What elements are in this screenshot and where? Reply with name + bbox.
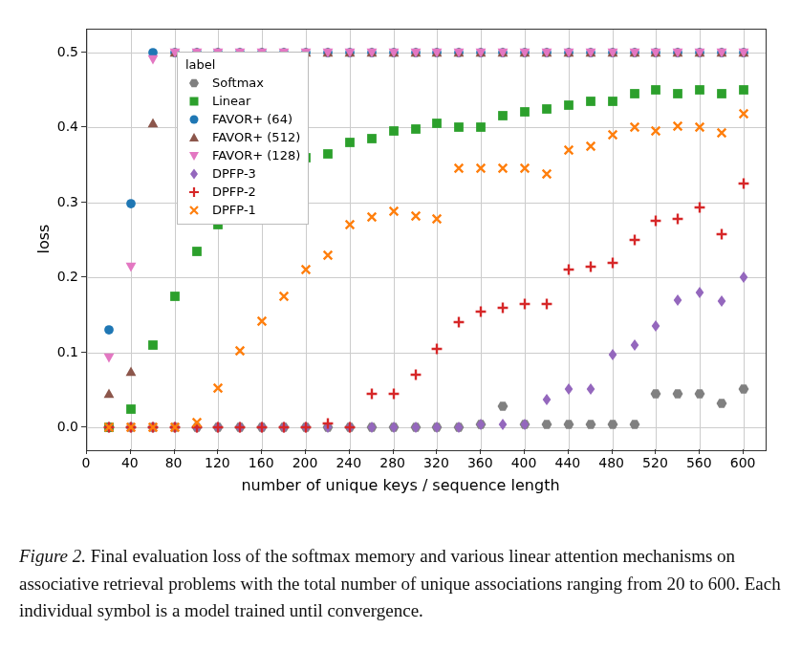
data-point: [124, 198, 137, 210]
svg-rect-33: [170, 292, 180, 301]
data-point: [562, 143, 574, 156]
svg-marker-26: [673, 389, 683, 398]
data-point: [606, 349, 618, 361]
legend-item: DPFP-2: [185, 183, 300, 201]
legend-label: FAVOR+ (128): [212, 148, 300, 163]
y-tick-label: 0.1: [40, 344, 78, 359]
svg-marker-174: [630, 339, 639, 351]
data-point: [628, 121, 640, 134]
svg-marker-173: [608, 349, 617, 360]
data-point: [694, 287, 706, 299]
svg-rect-49: [520, 108, 530, 118]
y-tick-label: 0.2: [40, 269, 78, 284]
data-point: [519, 297, 531, 310]
svg-marker-145: [651, 48, 661, 57]
svg-marker-25: [651, 389, 661, 398]
svg-marker-165: [433, 422, 442, 433]
svg-marker-120: [103, 354, 114, 363]
svg-marker-29: [739, 384, 749, 393]
svg-point-182: [190, 115, 199, 123]
data-point: [716, 228, 728, 240]
data-point: [431, 213, 444, 226]
legend-item: DPFP-3: [185, 164, 300, 183]
y-tick-label: 0.3: [40, 194, 78, 209]
svg-marker-162: [367, 422, 376, 433]
svg-marker-90: [103, 389, 114, 399]
data-point: [387, 422, 400, 434]
data-point: [562, 418, 574, 430]
data-point: [475, 163, 487, 175]
data-point: [146, 422, 159, 434]
svg-rect-41: [345, 138, 355, 147]
x-tick-label: 560: [686, 455, 712, 470]
data-point: [102, 324, 115, 336]
svg-rect-57: [695, 85, 704, 95]
data-point: [453, 46, 465, 58]
data-point: [475, 418, 487, 430]
data-point: [256, 422, 269, 434]
svg-marker-21: [563, 420, 574, 428]
data-point: [409, 422, 422, 434]
legend-label: FAVOR+ (64): [212, 112, 292, 126]
data-point: [716, 87, 728, 99]
data-point: [343, 46, 356, 58]
x-tick-label: 80: [165, 455, 183, 470]
svg-marker-148: [717, 48, 727, 57]
svg-marker-171: [565, 383, 574, 395]
data-point: [519, 162, 531, 174]
svg-marker-91: [125, 366, 136, 376]
data-point: [694, 388, 706, 401]
legend-item: FAVOR+ (128): [185, 146, 300, 164]
y-axis-label: loss: [34, 225, 53, 254]
data-point: [256, 314, 269, 327]
data-point: [606, 129, 618, 141]
figure-number: Figure 2.: [19, 546, 86, 566]
data-point: [387, 125, 400, 138]
x-tick-label: 0: [82, 455, 91, 470]
svg-marker-131: [344, 48, 355, 57]
data-point: [365, 46, 378, 58]
svg-rect-53: [608, 97, 617, 106]
data-point: [650, 46, 662, 58]
data-point: [650, 83, 662, 96]
data-point: [606, 95, 618, 107]
data-point: [672, 213, 684, 226]
y-tick-label: 0.5: [40, 44, 78, 59]
svg-marker-20: [542, 420, 552, 428]
data-point: [278, 422, 291, 434]
data-point: [672, 87, 684, 99]
x-tick-label: 360: [467, 455, 493, 470]
data-point: [694, 121, 706, 134]
svg-marker-163: [389, 422, 398, 433]
svg-rect-47: [476, 122, 486, 132]
data-point: [738, 83, 750, 96]
x-tick-label: 400: [511, 455, 537, 470]
svg-marker-179: [740, 271, 748, 283]
data-point: [409, 209, 422, 222]
svg-marker-144: [629, 48, 639, 57]
data-point: [584, 382, 596, 395]
data-point: [124, 365, 137, 378]
data-point: [168, 422, 181, 434]
legend-item: DPFP-1: [185, 201, 300, 219]
svg-marker-24: [629, 420, 639, 428]
svg-marker-168: [499, 419, 508, 430]
data-point: [716, 46, 728, 58]
svg-marker-164: [411, 422, 420, 433]
data-point: [606, 256, 618, 269]
chart-container: loss number of unique keys / sequence le…: [19, 19, 782, 516]
svg-marker-175: [652, 320, 660, 332]
data-point: [694, 202, 706, 214]
svg-marker-135: [432, 48, 443, 57]
legend-item: Softmax: [185, 74, 300, 92]
data-point: [540, 102, 552, 115]
data-point: [146, 118, 159, 130]
data-point: [540, 167, 552, 180]
svg-rect-45: [433, 119, 443, 128]
legend: label SoftmaxLinearFAVOR+ (64)FAVOR+ (51…: [177, 52, 309, 225]
data-point: [234, 422, 247, 434]
data-point: [387, 206, 400, 218]
data-point: [300, 422, 313, 434]
x-tick-label: 520: [642, 455, 668, 470]
svg-rect-31: [126, 404, 136, 414]
